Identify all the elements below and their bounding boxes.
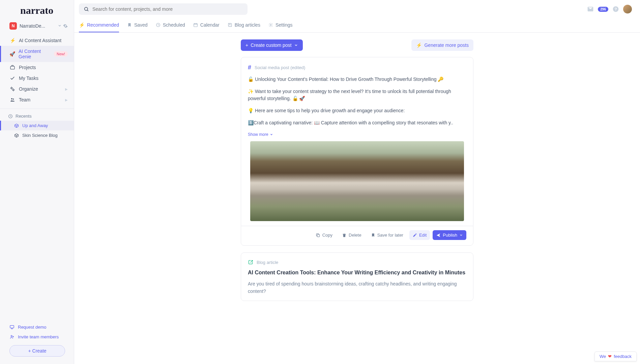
nav-team[interactable]: Team ▶ xyxy=(0,94,74,105)
generate-label: Generate more posts xyxy=(424,42,469,48)
tab-calendar[interactable]: Calendar xyxy=(193,19,220,32)
chevron-down-icon xyxy=(294,43,298,47)
tab-saved[interactable]: Saved xyxy=(127,19,148,32)
heart-icon: ❤ xyxy=(608,354,612,359)
tab-label: Blog articles xyxy=(235,22,260,28)
chevron-down-icon[interactable] xyxy=(58,24,62,28)
tab-label: Settings xyxy=(275,22,293,28)
logo: narrato xyxy=(0,0,74,19)
trash-icon xyxy=(342,233,347,238)
post-card: Blog article AI Content Creation Tools: … xyxy=(241,252,473,301)
nav-label: Team xyxy=(19,97,30,102)
recent-item-up-and-away[interactable]: Up and Away xyxy=(0,121,74,130)
post-line: 💡 Here are some tips to help you drive g… xyxy=(248,107,466,115)
main: 296 ? ⚡ Recommended Saved Scheduled Cale… xyxy=(74,0,640,364)
gears-icon xyxy=(9,86,16,92)
sidebar-footer: Request demo Invite team members + Creat… xyxy=(0,317,74,364)
create-custom-post-button[interactable]: + Create custom post xyxy=(241,39,303,51)
tab-settings[interactable]: Settings xyxy=(268,19,293,32)
tab-label: Calendar xyxy=(200,22,220,28)
nav-list: ⚡ AI Content Assistant 🚀 AI Content Geni… xyxy=(0,35,74,105)
notification-badge[interactable]: 296 xyxy=(598,7,608,12)
invite-team-link[interactable]: Invite team members xyxy=(9,332,68,342)
search-input[interactable] xyxy=(92,6,243,12)
nav-projects[interactable]: Projects xyxy=(0,62,74,73)
user-plus-icon xyxy=(9,334,14,339)
create-button[interactable]: + Create xyxy=(9,345,65,357)
nav-organize[interactable]: Organize ▶ xyxy=(0,84,74,94)
help-icon[interactable]: ? xyxy=(612,6,619,12)
avatar[interactable] xyxy=(623,5,632,13)
edit-button[interactable]: Edit xyxy=(409,230,430,240)
copy-button[interactable]: Copy xyxy=(312,230,336,240)
workspace-name: NarratoDe... xyxy=(20,23,55,29)
people-icon xyxy=(9,97,16,102)
post-line: ✨ Want to take your content strategy to … xyxy=(248,88,466,102)
recents-header: Recents xyxy=(0,109,74,121)
hash-icon: # xyxy=(248,64,251,71)
nav-my-tasks[interactable]: My Tasks xyxy=(0,73,74,84)
gear-icon xyxy=(268,23,273,27)
delete-label: Delete xyxy=(349,233,361,238)
nav-ai-content-assistant[interactable]: ⚡ AI Content Assistant xyxy=(0,35,74,46)
svg-rect-6 xyxy=(10,326,14,328)
content-area: + Create custom post ⚡ Generate more pos… xyxy=(74,33,640,364)
post-body: 🔓 Unlocking Your Content's Potential: Ho… xyxy=(248,76,466,126)
briefcase-icon xyxy=(9,65,16,70)
post-line: 1️⃣Craft a captivating narrative: 📖 Capt… xyxy=(248,119,466,127)
chevron-down-icon xyxy=(459,233,463,237)
copy-label: Copy xyxy=(322,233,332,238)
box-icon xyxy=(14,133,19,138)
nav-label: Organize xyxy=(19,86,38,92)
gear-icon[interactable] xyxy=(63,24,68,28)
recents-label: Recents xyxy=(16,114,32,119)
svg-point-2 xyxy=(13,89,14,91)
generate-more-posts-button[interactable]: ⚡ Generate more posts xyxy=(411,39,473,51)
feedback-widget[interactable]: We ❤ feedback xyxy=(594,352,637,361)
tab-label: Saved xyxy=(134,22,148,28)
topbar-right: 296 ? xyxy=(587,5,632,13)
chevron-right-icon: ▶ xyxy=(65,98,68,102)
publish-button[interactable]: Publish xyxy=(433,230,466,240)
delete-button[interactable]: Delete xyxy=(339,230,365,240)
create-label: Create xyxy=(32,348,47,354)
workspace-switcher[interactable]: N NarratoDe... xyxy=(0,19,74,35)
nav-label: Projects xyxy=(19,65,36,70)
tabs: ⚡ Recommended Saved Scheduled Calendar B… xyxy=(74,19,640,33)
tab-scheduled[interactable]: Scheduled xyxy=(156,19,185,32)
tab-recommended[interactable]: ⚡ Recommended xyxy=(79,19,119,32)
edit-label: Edit xyxy=(419,233,427,238)
svg-point-7 xyxy=(11,335,12,337)
clock-icon xyxy=(156,23,161,27)
blog-icon xyxy=(228,23,232,27)
request-demo-label: Request demo xyxy=(18,325,47,330)
bolt-icon: ⚡ xyxy=(9,38,16,43)
post-line: 🔓 Unlocking Your Content's Potential: Ho… xyxy=(248,76,466,83)
bolt-icon: ⚡ xyxy=(416,42,422,48)
monitor-icon xyxy=(9,325,14,330)
post-card: # Social media post (edited) 🔓 Unlocking… xyxy=(241,57,473,246)
chevron-down-icon xyxy=(270,133,273,136)
recent-item-skin-science-blog[interactable]: Skin Science Blog xyxy=(0,130,74,140)
chevron-right-icon: ▶ xyxy=(65,87,68,91)
card-header: Blog article xyxy=(248,260,466,265)
blog-icon xyxy=(248,260,253,265)
check-icon xyxy=(9,75,16,81)
request-demo-link[interactable]: Request demo xyxy=(9,322,68,332)
nav-label: AI Content Assistant xyxy=(19,38,61,43)
show-more-label: Show more xyxy=(248,132,268,137)
feedback-post: feedback xyxy=(614,354,632,359)
mail-icon[interactable] xyxy=(587,6,594,12)
nav-ai-content-genie[interactable]: 🚀 AI Content Genie New! xyxy=(0,46,74,62)
feedback-pre: We xyxy=(600,354,606,359)
search-icon xyxy=(84,6,89,12)
svg-point-13 xyxy=(270,24,271,26)
show-more-link[interactable]: Show more xyxy=(248,132,273,137)
topbar: 296 ? xyxy=(74,0,640,15)
svg-point-3 xyxy=(11,98,12,99)
search-container[interactable] xyxy=(79,3,248,15)
post-type-label: Social media post (edited) xyxy=(255,65,305,70)
save-for-later-button[interactable]: Save for later xyxy=(368,230,407,240)
tab-blog-articles[interactable]: Blog articles xyxy=(228,19,260,32)
tab-label: Recommended xyxy=(87,22,119,28)
